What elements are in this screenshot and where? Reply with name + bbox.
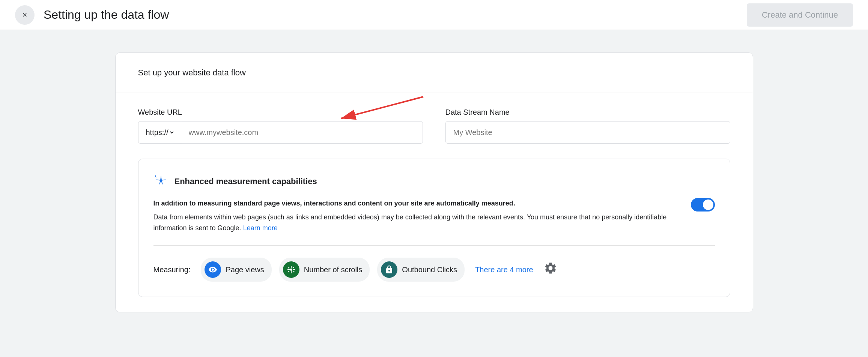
close-button[interactable]: × <box>15 5 35 25</box>
url-input-row: https:// http:// <box>138 121 423 144</box>
svg-rect-6 <box>293 269 295 270</box>
svg-rect-3 <box>291 266 292 268</box>
stream-name-input[interactable] <box>445 121 730 144</box>
setup-card: Set up your website data flow Website UR… <box>115 52 753 312</box>
measuring-label: Measuring: <box>153 266 191 274</box>
enhanced-title: Enhanced measurement capabilities <box>175 177 317 186</box>
enhanced-toggle[interactable]: ✓ <box>691 198 715 212</box>
protocol-dropdown[interactable]: https:// http:// <box>144 128 175 137</box>
page-views-chip: Page views <box>201 258 271 282</box>
page-views-label: Page views <box>226 266 264 274</box>
svg-rect-5 <box>287 269 290 270</box>
measuring-row: Measuring: Page views <box>153 258 715 282</box>
stream-name-group: Data Stream Name <box>445 108 730 144</box>
url-field-label: Website URL <box>138 108 423 117</box>
website-url-group: Website URL https:// http:// <box>138 108 423 144</box>
svg-rect-7 <box>288 267 289 268</box>
sparkle-icon <box>153 174 168 189</box>
svg-rect-4 <box>291 271 292 273</box>
url-name-form: Website URL https:// http:// Data Stream… <box>116 93 753 159</box>
enhanced-description: In addition to measuring standard page v… <box>153 198 676 233</box>
settings-icon[interactable] <box>544 261 557 278</box>
outbound-clicks-label: Outbound Clicks <box>402 266 457 274</box>
svg-point-2 <box>290 268 292 271</box>
outbound-clicks-icon <box>381 261 397 278</box>
header-left: × Setting up the data flow <box>15 5 169 25</box>
enhanced-bold-text: In addition to measuring standard page v… <box>153 198 676 209</box>
enhanced-measurement-section: Enhanced measurement capabilities In add… <box>138 159 730 297</box>
url-input[interactable] <box>181 121 423 144</box>
svg-rect-9 <box>288 271 289 273</box>
protocol-select[interactable]: https:// http:// <box>138 121 181 144</box>
enhanced-body-text: Data from elements within web pages (suc… <box>153 212 676 234</box>
learn-more-link[interactable]: Learn more <box>243 224 278 232</box>
enhanced-divider <box>153 245 715 246</box>
more-measurements-link[interactable]: There are 4 more <box>475 266 533 274</box>
svg-rect-10 <box>293 271 294 273</box>
main-content: Set up your website data flow Website UR… <box>0 30 868 335</box>
enhanced-toggle-container[interactable]: ✓ <box>691 198 715 212</box>
enhanced-body: In addition to measuring standard page v… <box>153 198 715 233</box>
scrolls-icon <box>283 261 299 278</box>
scrolls-label: Number of scrolls <box>304 266 363 274</box>
stream-name-label: Data Stream Name <box>445 108 730 117</box>
outbound-clicks-chip: Outbound Clicks <box>377 258 465 282</box>
card-top-section: Set up your website data flow <box>116 53 753 93</box>
scrolls-chip: Number of scrolls <box>279 258 370 282</box>
page-views-icon <box>205 261 221 278</box>
create-and-continue-button[interactable]: Create and Continue <box>747 3 853 27</box>
header: × Setting up the data flow Create and Co… <box>0 0 868 30</box>
card-section-title: Set up your website data flow <box>138 68 730 78</box>
page-title: Setting up the data flow <box>44 8 169 22</box>
enhanced-header: Enhanced measurement capabilities <box>153 174 715 189</box>
svg-rect-8 <box>293 267 294 268</box>
toggle-slider <box>691 198 715 212</box>
